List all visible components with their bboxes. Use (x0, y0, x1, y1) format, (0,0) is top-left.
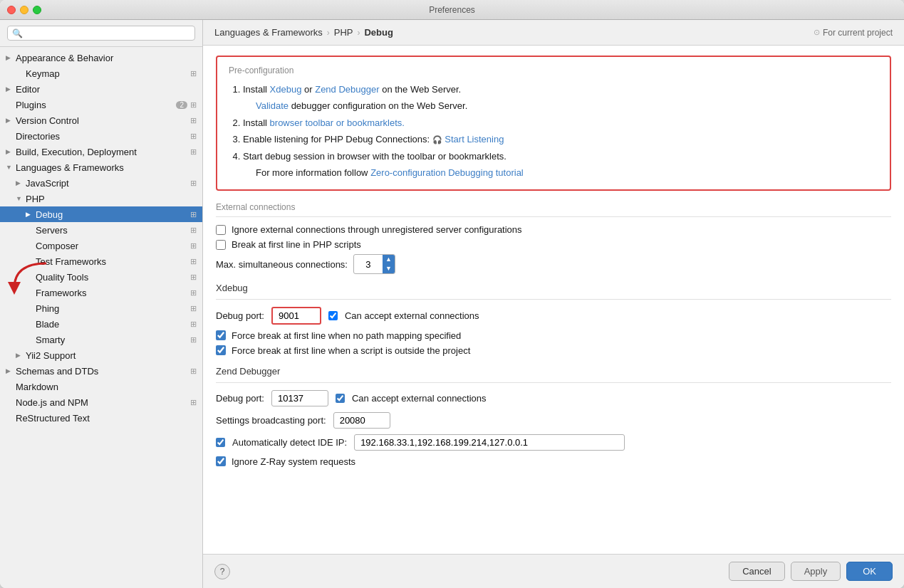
force-break-1-label: Force break at first line when no path m… (232, 330, 461, 341)
max-connections-spinner[interactable]: ▲ ▼ (353, 254, 395, 274)
sidebar-item-keymap[interactable]: Keymap ⊞ (0, 65, 202, 81)
sidebar-item-servers[interactable]: Servers ⊞ (0, 222, 202, 238)
sidebar-item-blade[interactable]: Blade ⊞ (0, 316, 202, 332)
force-break-1-row: Force break at first line when no path m… (216, 330, 891, 341)
ignore-external-row: Ignore external connections through unre… (216, 224, 891, 235)
sidebar-item-build[interactable]: ▶ Build, Execution, Deployment ⊞ (0, 144, 202, 159)
break-first-line-checkbox[interactable] (216, 240, 226, 250)
sidebar-item-composer[interactable]: Composer ⊞ (0, 238, 202, 253)
maximize-button[interactable] (33, 6, 41, 14)
sidebar-item-directories[interactable]: Directories ⊞ (0, 128, 202, 144)
breadcrumb-part-2: PHP (334, 27, 353, 38)
sidebar-item-plugins[interactable]: Plugins 2 ⊞ (0, 97, 202, 112)
expand-arrow: ▶ (16, 179, 26, 187)
zend-can-accept-checkbox[interactable] (336, 394, 345, 403)
ignore-zray-label: Ignore Z-Ray system requests (232, 456, 355, 467)
ignore-zray-checkbox[interactable] (216, 456, 226, 466)
title-bar: Preferences (0, 0, 904, 20)
force-break-2-row: Force break at first line when a script … (216, 345, 891, 356)
broadcast-port-input[interactable] (333, 412, 390, 429)
force-break-2-checkbox[interactable] (216, 345, 226, 355)
pre-config-box: Pre-configuration Install Xdebug or Zend… (216, 56, 891, 191)
sidebar-item-markdown[interactable]: Markdown (0, 379, 202, 394)
sidebar-item-nodejs[interactable]: Node.js and NPM ⊞ (0, 394, 202, 410)
sidebar-item-version-control[interactable]: ▶ Version Control ⊞ (0, 112, 202, 128)
plugins-badge: 2 (176, 101, 187, 109)
ignore-external-label: Ignore external connections through unre… (232, 224, 522, 235)
expand-arrow: ▶ (6, 85, 16, 93)
expand-arrow: ▶ (6, 367, 16, 374)
sidebar-item-javascript[interactable]: ▶ JavaScript ⊞ (0, 175, 202, 191)
max-connections-input[interactable] (354, 258, 383, 271)
ok-button[interactable]: OK (846, 562, 893, 581)
settings-icon: ⊞ (190, 116, 197, 125)
pre-config-more-info: For more information follow Zero-configu… (243, 164, 878, 181)
auto-detect-ip-input[interactable] (354, 434, 625, 451)
apply-button[interactable]: Apply (791, 562, 841, 581)
sidebar-item-phing[interactable]: Phing ⊞ (0, 300, 202, 316)
bottom-bar: ? Cancel Apply OK (203, 554, 904, 588)
sidebar-item-schemas-dtds[interactable]: ▶ Schemas and DTDs ⊞ (0, 363, 202, 379)
force-break-1-checkbox[interactable] (216, 330, 226, 340)
settings-icon: ⊞ (190, 147, 197, 157)
xdebug-port-input[interactable] (271, 307, 321, 325)
auto-detect-checkbox[interactable] (216, 438, 225, 447)
settings-icon: ⊞ (190, 320, 197, 329)
xdebug-can-accept-checkbox[interactable] (328, 311, 338, 320)
settings-icon: ⊞ (190, 210, 197, 219)
browser-toolbar-link[interactable]: browser toolbar or bookmarklets. (270, 117, 405, 128)
section-divider-2 (216, 299, 891, 300)
search-input[interactable] (26, 28, 190, 38)
search-input-wrap[interactable]: 🔍 (7, 26, 195, 41)
zend-port-input[interactable] (271, 390, 328, 406)
zend-debugger-link[interactable]: Zend Debugger (315, 84, 379, 95)
minimize-button[interactable] (20, 6, 28, 14)
sidebar-item-appearance-behavior[interactable]: ▶ Appearance & Behavior (0, 50, 202, 65)
sidebar-item-restructured-text[interactable]: ReStructured Text (0, 410, 202, 426)
sidebar: 🔍 ▶ Appearance & Behavior Keymap ⊞ (0, 20, 203, 588)
sidebar-item-quality-tools[interactable]: Quality Tools ⊞ (0, 269, 202, 285)
start-listening-link[interactable]: Start Listening (445, 134, 504, 145)
settings-icon: ⊞ (190, 367, 197, 376)
for-project-label: For current project (823, 28, 893, 38)
broadcast-port-row: Settings broadcasting port: (216, 412, 891, 429)
breadcrumb-part-3: Debug (364, 27, 393, 38)
section-divider-3 (216, 382, 891, 383)
xdebug-link[interactable]: Xdebug (270, 84, 302, 95)
sidebar-item-test-frameworks[interactable]: Test Frameworks ⊞ (0, 253, 202, 269)
settings-icon: ⊞ (190, 241, 197, 251)
preferences-window: Preferences 🔍 ▶ Appearance & Behavior (0, 0, 904, 588)
pre-config-step-4: Start debug session in browser with the … (243, 148, 878, 164)
settings-icon: ⊞ (190, 273, 197, 282)
for-project: ⊙ For current project (814, 28, 893, 38)
sidebar-item-frameworks[interactable]: Frameworks ⊞ (0, 285, 202, 300)
break-first-line-label: Break at first line in PHP scripts (232, 239, 361, 250)
zend-debugger-label: Zend Debugger (216, 366, 891, 377)
spinner-down[interactable]: ▼ (383, 264, 395, 273)
sidebar-item-php[interactable]: ▼ PHP (0, 191, 202, 206)
broadcast-port-label: Settings broadcasting port: (216, 415, 326, 426)
settings-icon: ⊞ (190, 132, 197, 141)
expand-arrow: ▼ (6, 164, 16, 171)
spinner-up[interactable]: ▲ (383, 255, 395, 264)
sidebar-item-editor[interactable]: ▶ Editor (0, 81, 202, 97)
expand-arrow: ▼ (16, 195, 26, 202)
right-panel: Languages & Frameworks › PHP › Debug ⊙ F… (203, 20, 904, 588)
help-button[interactable]: ? (214, 564, 230, 579)
sidebar-item-languages-frameworks[interactable]: ▼ Languages & Frameworks (0, 159, 202, 175)
zero-config-link[interactable]: Zero-configuration Debugging tutorial (370, 167, 524, 178)
ignore-external-checkbox[interactable] (216, 225, 226, 235)
validate-link[interactable]: Validate (256, 100, 289, 111)
break-first-line-row: Break at first line in PHP scripts (216, 239, 891, 250)
sidebar-tree: ▶ Appearance & Behavior Keymap ⊞ ▶ Edito… (0, 47, 202, 588)
cancel-button[interactable]: Cancel (729, 562, 784, 581)
auto-detect-label: Automatically detect IDE IP: (232, 437, 347, 448)
pre-config-validate: Validate debugger configuration on the W… (243, 98, 878, 114)
sidebar-item-smarty[interactable]: Smarty ⊞ (0, 332, 202, 347)
sidebar-item-debug[interactable]: ▶ Debug ⊞ (0, 206, 202, 222)
sidebar-item-yii2[interactable]: ▶ Yii2 Support (0, 347, 202, 363)
bottom-right-buttons: Cancel Apply OK (729, 562, 893, 581)
close-button[interactable] (7, 6, 16, 14)
xdebug-port-row: Debug port: Can accept external connecti… (216, 307, 891, 325)
xdebug-can-accept-label: Can accept external connections (345, 310, 479, 321)
